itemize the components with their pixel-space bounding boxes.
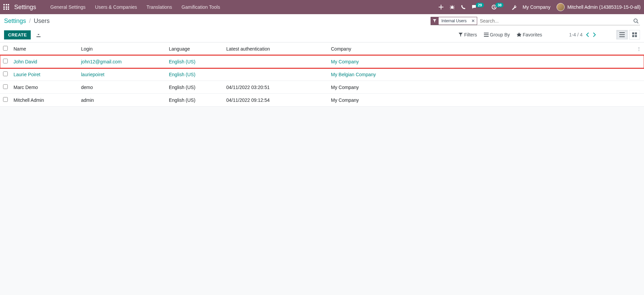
cell-name[interactable]: John David	[11, 55, 78, 68]
header-company[interactable]: Company	[328, 42, 633, 55]
filters-button[interactable]: Filters	[459, 32, 477, 37]
cell-company[interactable]: My Company	[328, 81, 633, 94]
menu-gamification-tools[interactable]: Gamification Tools	[182, 4, 220, 10]
cell-login[interactable]: john12@gmail.com	[78, 55, 166, 68]
cell-name[interactable]: Marc Demo	[11, 81, 78, 94]
search-input[interactable]	[477, 17, 632, 25]
header-name[interactable]: Name	[11, 42, 78, 55]
cell-language[interactable]: English (US)	[166, 81, 224, 94]
header-login[interactable]: Login	[78, 42, 166, 55]
apps-grid-icon[interactable]	[3, 4, 9, 10]
header-latest-auth[interactable]: Latest authentication	[224, 42, 328, 55]
list-icon	[484, 33, 489, 37]
cell-latest-auth: 04/11/2022 09:12:54	[224, 94, 328, 107]
cell-login[interactable]: lauriepoiret	[78, 68, 166, 81]
messages-icon[interactable]: 29	[472, 5, 485, 9]
menu-general-settings[interactable]: General Settings	[50, 4, 85, 10]
svg-rect-6	[635, 35, 637, 37]
table-row[interactable]: John David john12@gmail.com English (US)…	[0, 55, 644, 68]
funnel-icon	[459, 33, 463, 37]
groupby-button[interactable]: Group By	[484, 32, 510, 37]
filter-chip-label: Internal Users	[439, 17, 469, 25]
avatar-icon	[557, 3, 565, 11]
plus-icon[interactable]	[439, 5, 443, 9]
breadcrumb-root[interactable]: Settings	[4, 18, 26, 24]
row-checkbox[interactable]	[3, 59, 8, 63]
cell-latest-auth: 04/11/2022 03:20:51	[224, 81, 328, 94]
kanban-icon	[632, 32, 637, 37]
funnel-icon	[431, 18, 439, 24]
menu-translations[interactable]: Translations	[147, 4, 172, 10]
filter-chip-internal-users: Internal Users ✕	[431, 17, 477, 25]
control-panel: Settings / Users Internal Users ✕ CREATE	[0, 14, 644, 42]
cell-company[interactable]: My Belgian Company	[328, 68, 633, 81]
list-icon	[619, 32, 625, 37]
svg-rect-5	[632, 35, 634, 37]
activities-badge: 38	[495, 3, 504, 7]
download-icon[interactable]	[36, 32, 41, 37]
messages-badge: 29	[476, 3, 484, 7]
filters-label: Filters	[464, 32, 477, 37]
row-checkbox[interactable]	[3, 84, 8, 89]
cell-language[interactable]: English (US)	[166, 68, 224, 81]
top-navbar: Settings General Settings Users & Compan…	[0, 0, 644, 14]
tools-icon[interactable]	[511, 4, 516, 10]
cell-latest-auth	[224, 68, 328, 81]
cell-language[interactable]: English (US)	[166, 94, 224, 107]
menu-users-companies[interactable]: Users & Companies	[95, 4, 137, 10]
activities-icon[interactable]: 38	[491, 4, 505, 10]
table-row[interactable]: Laurie Poiret lauriepoiret English (US) …	[0, 68, 644, 81]
cell-company[interactable]: My Company	[328, 94, 633, 107]
pager: 1-4 / 4	[569, 32, 596, 37]
svg-rect-4	[635, 32, 637, 34]
table-row[interactable]: Marc Demo demo English (US) 04/11/2022 0…	[0, 81, 644, 94]
kanban-view-button[interactable]	[629, 30, 640, 39]
pager-text: 1-4 / 4	[569, 32, 583, 37]
table-row[interactable]: Mitchell Admin admin English (US) 04/11/…	[0, 94, 644, 107]
main-menu: General Settings Users & Companies Trans…	[50, 4, 220, 10]
select-all-checkbox[interactable]	[3, 46, 8, 51]
row-checkbox[interactable]	[3, 97, 8, 102]
cell-login[interactable]: admin	[78, 94, 166, 107]
pager-prev[interactable]	[586, 32, 589, 37]
pager-next[interactable]	[593, 32, 596, 37]
bug-icon[interactable]	[449, 4, 455, 10]
filter-chip-close[interactable]: ✕	[469, 17, 477, 25]
groupby-label: Group By	[490, 32, 510, 37]
user-name: Mitchell Admin (14385319-15-0-all)	[567, 4, 641, 10]
cell-latest-auth	[224, 55, 328, 68]
breadcrumb-separator: /	[29, 18, 31, 24]
column-options-icon[interactable]: ⋮	[633, 42, 644, 55]
cell-language[interactable]: English (US)	[166, 55, 224, 68]
app-name: Settings	[14, 4, 36, 11]
star-icon	[517, 32, 521, 37]
search-icon[interactable]	[632, 17, 640, 25]
svg-rect-3	[632, 32, 634, 34]
breadcrumb-current: Users	[34, 18, 50, 24]
cell-company[interactable]: My Company	[328, 55, 633, 68]
svg-point-0	[451, 6, 454, 9]
phone-icon[interactable]	[461, 5, 466, 9]
cell-name[interactable]: Laurie Poiret	[11, 68, 78, 81]
favorites-button[interactable]: Favorites	[517, 32, 542, 37]
user-menu[interactable]: Mitchell Admin (14385319-15-0-all)	[557, 3, 641, 11]
svg-point-2	[634, 19, 637, 22]
header-language[interactable]: Language	[166, 42, 224, 55]
users-table: Name Login Language Latest authenticatio…	[0, 42, 644, 107]
search-bar: Internal Users ✕	[431, 17, 640, 25]
create-button[interactable]: CREATE	[4, 30, 31, 39]
cell-login[interactable]: demo	[78, 81, 166, 94]
breadcrumb: Settings / Users	[4, 18, 50, 25]
favorites-label: Favorites	[523, 32, 542, 37]
cell-name[interactable]: Mitchell Admin	[11, 94, 78, 107]
company-selector[interactable]: My Company	[522, 4, 550, 10]
row-checkbox[interactable]	[3, 71, 8, 76]
list-view-button[interactable]	[616, 30, 628, 39]
